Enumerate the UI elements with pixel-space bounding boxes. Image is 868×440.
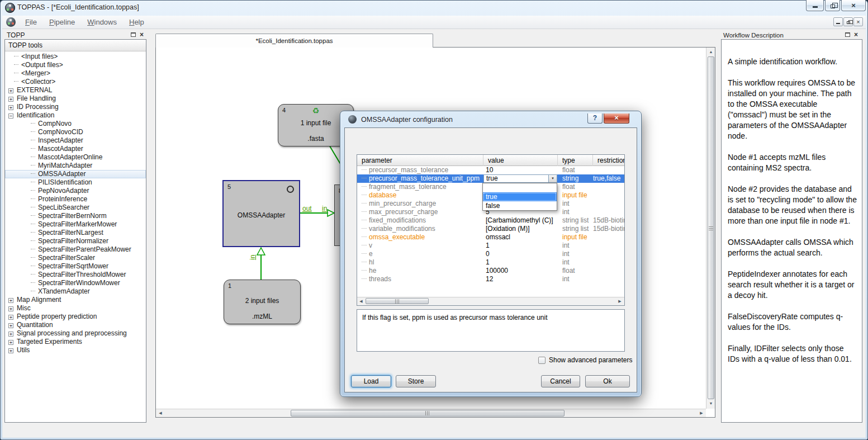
tree-item-mascotadapter[interactable]: MascotAdapter [5, 145, 146, 153]
expand-icon[interactable]: + [8, 306, 13, 311]
omssaadapter-configuration-dialog[interactable]: OMSSAAdapter configuration ? × parameter… [340, 111, 642, 397]
tree-item-id-processing[interactable]: +ID Processing [5, 103, 146, 111]
scrollbar-thumb[interactable] [366, 298, 429, 304]
node-1-input-mzml[interactable]: 1 2 input files .mzML [224, 280, 301, 324]
tree-item-collector[interactable]: <Collector> [5, 78, 146, 86]
expand-icon[interactable]: + [8, 332, 13, 337]
tree-item-compnovo[interactable]: CompNovo [5, 120, 146, 128]
tree-item-spectrafilternormalizer[interactable]: SpectraFilterNormalizer [5, 237, 146, 245]
mdi-minimize-button[interactable] [833, 17, 843, 26]
window-titlebar[interactable]: TOPPAS - [*Ecoli_Identification.toppas] … [0, 0, 868, 16]
tree-item-spectrafiltersqrtmower[interactable]: SpectraFilterSqrtMower [5, 262, 146, 271]
menu-help[interactable]: Help [123, 16, 150, 29]
param-row-omssa-executable[interactable]: omssa_executableomssaclinput file [357, 233, 624, 242]
column-header-restrictions[interactable]: restrictions [593, 155, 624, 166]
scrollbar-thumb[interactable] [708, 56, 714, 399]
expand-icon[interactable]: + [8, 315, 13, 320]
expand-icon[interactable]: + [8, 105, 13, 110]
workflow-description-panel[interactable]: A simple identification workflow.This wo… [721, 39, 862, 423]
tree-item-external[interactable]: +EXTERNAL [5, 86, 146, 94]
tree-item-spectrafilterthresholdmower[interactable]: SpectraFilterThresholdMower [5, 271, 146, 279]
tree-item-output-files[interactable]: <Output files> [5, 61, 146, 69]
expand-icon[interactable]: + [8, 97, 13, 102]
minimize-button[interactable] [806, 0, 824, 11]
value-combobox[interactable]: true▼ [483, 174, 557, 183]
scroll-left-icon[interactable]: ◀ [156, 409, 164, 417]
tree-item-xtandemadapter[interactable]: XTandemAdapter [5, 287, 146, 296]
param-row-he[interactable]: he100000float [357, 267, 624, 275]
menu-pipeline[interactable]: Pipeline [43, 16, 81, 29]
scroll-right-icon[interactable]: ▶ [616, 297, 624, 305]
tree-item-peptide-property-prediction[interactable]: +Peptide property prediction [5, 313, 146, 321]
column-header-value[interactable]: value [483, 155, 558, 166]
tree-item-signal-processing-and-preprocessing[interactable]: +Signal processing and preprocessing [5, 329, 146, 338]
expand-icon[interactable]: + [8, 298, 13, 303]
param-row-precursor-mass-tolerance[interactable]: precursor_mass_tolerance10float [357, 166, 624, 174]
close-button[interactable]: × [841, 0, 866, 11]
expand-icon[interactable]: + [8, 323, 13, 328]
tree-item-spectrafilterparentpeakmower[interactable]: SpectraFilterParentPeakMower [5, 245, 146, 254]
ok-button[interactable]: Ok [585, 375, 630, 387]
tree-item-mascotadapteronline[interactable]: MascotAdapterOnline [5, 153, 146, 162]
tree-item-speclibsearcher[interactable]: SpecLibSearcher [5, 204, 146, 212]
tree-item-pilisidentification[interactable]: PILISIdentification [5, 178, 146, 187]
tree-item-spectrafilterbernnorm[interactable]: SpectraFilterBernNorm [5, 212, 146, 220]
combo-option-false[interactable]: false [483, 201, 557, 210]
close-icon[interactable]: × [140, 32, 144, 37]
tree-item-targeted-experiments[interactable]: +Targeted Experiments [5, 338, 146, 346]
close-icon[interactable]: × [854, 32, 858, 37]
param-row-threads[interactable]: threads12int [357, 275, 624, 283]
float-icon[interactable] [131, 32, 136, 37]
param-row-fixed-modifications[interactable]: fixed_modifications[Carbamidomethyl (C)]… [357, 216, 624, 225]
param-row-precursor-mass-tolerance-unit-ppm[interactable]: precursor_mass_tolerance_unit_ppmtrue▼st… [357, 174, 624, 183]
column-header-type[interactable]: type [558, 155, 593, 166]
workflow-description-text[interactable]: A simple identification workflow.This wo… [728, 56, 857, 418]
tree-item-inspectadapter[interactable]: InspectAdapter [5, 136, 146, 145]
mdi-restore-button[interactable] [843, 17, 853, 26]
store-button[interactable]: Store [396, 375, 436, 387]
menu-file[interactable]: File [19, 16, 43, 29]
combo-option-true[interactable]: true [483, 192, 557, 201]
dialog-close-button[interactable]: × [604, 113, 629, 124]
restore-button[interactable] [825, 0, 840, 11]
tree-item-pepnovoadapter[interactable]: PepNovoAdapter [5, 187, 146, 195]
canvas-horizontal-scrollbar[interactable]: ◀ ▶ [156, 409, 706, 417]
float-icon[interactable] [845, 32, 850, 37]
param-row-hl[interactable]: hl1int [357, 258, 624, 267]
param-row-e[interactable]: e0int [357, 250, 624, 258]
tree-item-quantitation[interactable]: +Quantitation [5, 321, 146, 329]
chevron-down-icon[interactable]: ▼ [548, 175, 557, 182]
tree-item-compnovocid[interactable]: CompNovoCID [5, 128, 146, 136]
menu-windows[interactable]: Windows [81, 16, 123, 29]
tree-item-file-handling[interactable]: +File Handling [5, 94, 146, 103]
param-row-variable-modifications[interactable]: variable_modifications[Oxidation (M)]str… [357, 225, 624, 233]
tab-ecoli-identification[interactable]: *Ecoli_Identification.toppas [155, 34, 433, 48]
tree-item-map-alignment[interactable]: +Map Alignment [5, 296, 146, 304]
tree-item-omssaadapter[interactable]: OMSSAAdapter [5, 170, 146, 178]
show-advanced-checkbox[interactable] [538, 357, 546, 364]
table-horizontal-scrollbar[interactable]: ◀ ▶ [357, 297, 624, 305]
tree-item-input-files[interactable]: <Input files> [5, 53, 146, 61]
tree-item-spectrafiltermarkermower[interactable]: SpectraFilterMarkerMower [5, 220, 146, 229]
canvas-vertical-scrollbar[interactable]: ▲ ▼ [706, 48, 715, 409]
scrollbar-thumb[interactable] [291, 410, 565, 417]
tree-item-myrimatchadapter[interactable]: MyriMatchAdapter [5, 162, 146, 170]
expand-icon[interactable]: + [8, 88, 13, 93]
param-row-v[interactable]: v1int [357, 242, 624, 250]
scroll-left-icon[interactable]: ◀ [357, 297, 365, 305]
help-button[interactable]: ? [587, 113, 603, 124]
tree-item-misc[interactable]: +Misc [5, 304, 146, 313]
combo-option-blank[interactable] [483, 183, 557, 192]
mdi-close-button[interactable]: × [853, 17, 863, 26]
tree-item-utils[interactable]: +Utils [5, 346, 146, 354]
scroll-up-icon[interactable]: ▲ [707, 48, 715, 56]
column-header-parameter[interactable]: parameter [357, 155, 483, 166]
expand-icon[interactable]: + [8, 348, 13, 353]
scroll-down-icon[interactable]: ▼ [707, 400, 715, 408]
tree-item-spectrafilterscaler[interactable]: SpectraFilterScaler [5, 254, 146, 262]
collapse-icon[interactable]: − [8, 113, 13, 119]
load-button[interactable]: Load [351, 375, 391, 387]
parameter-table[interactable]: parameter value type restrictions precur… [357, 154, 625, 306]
tree-item-spectrafilternlargest[interactable]: SpectraFilterNLargest [5, 229, 146, 237]
node-5-omssaadapter[interactable]: 5 OMSSAAdapter [222, 180, 300, 247]
